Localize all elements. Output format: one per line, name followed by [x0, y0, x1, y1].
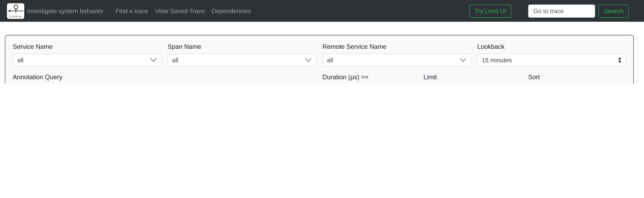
span-name-field: Span Name all — [168, 43, 316, 67]
span-name-value: all — [172, 57, 305, 63]
span-name-select[interactable]: all — [168, 54, 316, 67]
remote-service-name-value: all — [327, 57, 460, 63]
service-name-field: Service Name all — [13, 43, 162, 67]
chevron-down-icon — [460, 58, 466, 62]
remote-service-name-field: Remote Service Name all — [322, 43, 471, 67]
annotation-query-field: Annotation Query — [13, 73, 316, 83]
sort-label: Sort — [528, 73, 625, 81]
chevron-down-icon — [150, 58, 157, 62]
svg-text:ZIPKIN: ZIPKIN — [9, 15, 22, 18]
chevron-down-icon — [305, 58, 312, 62]
form-row-1: Service Name all Span Name all — [13, 43, 626, 67]
search-button[interactable]: Search — [598, 4, 629, 17]
try-lens-ui-button[interactable]: Try Lens UI — [469, 4, 512, 17]
lookback-field: Lookback 15 minutes — [477, 43, 626, 67]
search-panel: Service Name all Span Name all — [5, 35, 634, 84]
limit-field: Limit — [424, 73, 522, 83]
navbar: ZIPKIN Investigate system behavior Find … — [0, 0, 644, 22]
nav-link-view-saved-trace[interactable]: View Saved Trace — [152, 4, 208, 18]
up-down-arrows-icon — [618, 57, 622, 63]
navbar-links: Find a trace View Saved Trace Dependenci… — [112, 4, 254, 18]
service-name-select[interactable]: all — [13, 54, 162, 67]
remote-service-name-select[interactable]: all — [322, 54, 471, 67]
go-to-trace-input[interactable] — [528, 4, 595, 17]
zipkin-logo[interactable]: ZIPKIN — [7, 3, 24, 19]
lookback-label: Lookback — [477, 43, 626, 51]
main-content: Service Name all Span Name all — [0, 35, 644, 84]
limit-label: Limit — [424, 73, 522, 81]
navbar-tagline: Investigate system behavior — [27, 7, 104, 14]
lookback-select[interactable]: 15 minutes — [477, 54, 626, 67]
zipkin-classic-ui: ZIPKIN Investigate system behavior Find … — [0, 0, 644, 84]
duration-label: Duration (μs) >= — [322, 73, 417, 81]
lookback-value: 15 minutes — [482, 57, 618, 63]
remote-service-name-label: Remote Service Name — [322, 43, 471, 51]
annotation-query-label: Annotation Query — [13, 73, 316, 81]
duration-field: Duration (μs) >= — [322, 73, 417, 83]
service-name-value: all — [17, 57, 150, 63]
zipkin-needle-icon: ZIPKIN — [8, 4, 24, 18]
sort-field: Sort Longest First — [528, 73, 625, 83]
span-name-label: Span Name — [168, 43, 316, 51]
service-name-label: Service Name — [13, 43, 162, 51]
nav-link-dependencies[interactable]: Dependencies — [208, 4, 254, 18]
form-row-2: Annotation Query Duration (μs) >= Limit … — [13, 73, 626, 83]
nav-link-find-a-trace[interactable]: Find a trace — [112, 4, 152, 18]
